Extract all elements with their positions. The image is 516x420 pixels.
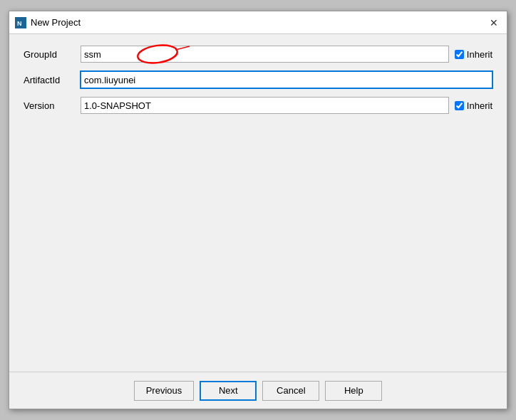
dialog-title: New Project	[31, 17, 81, 28]
new-project-dialog: N New Project ✕ GroupId Inherit	[9, 11, 507, 409]
dialog-body: GroupId Inherit ArtifactId Version	[9, 34, 507, 372]
artifactid-input[interactable]	[81, 71, 492, 88]
groupid-label: GroupId	[24, 49, 81, 60]
groupid-input[interactable]	[81, 46, 449, 63]
groupid-input-wrapper	[81, 46, 449, 63]
version-row: Version Inherit	[24, 97, 492, 114]
version-inherit-checkbox[interactable]	[455, 101, 464, 110]
dialog-footer: Previous Next Cancel Help	[9, 372, 507, 409]
dialog-icon: N	[15, 17, 26, 28]
version-input[interactable]	[81, 97, 449, 114]
help-button[interactable]: Help	[325, 381, 382, 401]
cancel-button[interactable]: Cancel	[262, 381, 319, 401]
groupid-inherit-label: Inherit	[467, 49, 492, 60]
close-button[interactable]: ✕	[487, 16, 501, 30]
version-inherit-container: Inherit	[455, 100, 492, 111]
version-inherit-label: Inherit	[467, 100, 492, 111]
previous-button[interactable]: Previous	[134, 381, 195, 401]
groupid-inherit-checkbox[interactable]	[455, 50, 464, 59]
title-bar: N New Project ✕	[9, 11, 507, 34]
artifactid-label: ArtifactId	[24, 75, 81, 85]
title-bar-left: N New Project	[15, 17, 81, 28]
groupid-row: GroupId Inherit	[24, 46, 492, 63]
groupid-inherit-container: Inherit	[455, 49, 492, 60]
next-button[interactable]: Next	[200, 381, 257, 401]
version-label: Version	[24, 100, 81, 111]
artifactid-row: ArtifactId	[24, 71, 492, 88]
svg-text:N: N	[17, 20, 22, 27]
